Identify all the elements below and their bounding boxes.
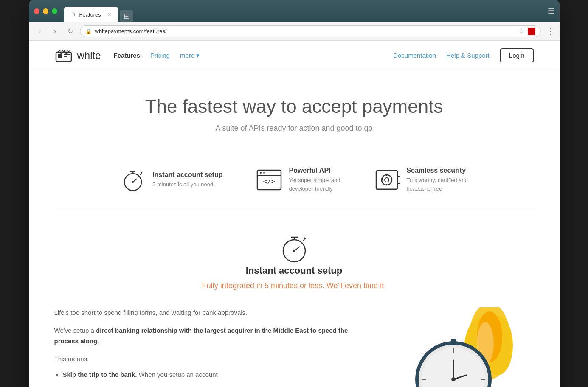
extension-icon (528, 28, 535, 35)
detail-body-p2: We've setup a direct banking relationshi… (54, 325, 356, 347)
svg-point-23 (385, 178, 389, 182)
lock-icon: 🔒 (85, 28, 92, 34)
browser-menu-icon: ☰ (548, 7, 554, 15)
nav-more[interactable]: more ▾ (180, 52, 200, 59)
svg-point-52 (451, 377, 456, 381)
tab-close-button[interactable]: × (108, 11, 111, 18)
feature-title-2: Powerful API (289, 167, 340, 174)
chevron-down-icon: ▾ (196, 52, 200, 59)
svg-text:</>: </> (263, 177, 276, 185)
hero-title: The fastest way to accept payments (46, 96, 543, 117)
new-tab-icon: ⊞ (124, 11, 130, 21)
detail-illustration (373, 307, 534, 387)
close-button[interactable] (34, 8, 39, 14)
tab-label: Features (79, 11, 101, 18)
svg-line-36 (303, 239, 304, 241)
detail-bold: direct banking relationship with the lar… (54, 327, 348, 345)
address-bar[interactable]: 🔒 whitepayments.com/features/ ☆ (80, 25, 541, 37)
login-button[interactable]: Login (500, 48, 534, 62)
detail-icon (279, 231, 309, 265)
browser-tab[interactable]: 🗋 Features × (64, 7, 118, 22)
svg-rect-21 (376, 171, 397, 189)
bookmark-button[interactable]: ☆ (518, 27, 524, 35)
url-text: whitepayments.com/features/ (95, 28, 515, 34)
feature-instant-setup: Instant account setup 5 minutes is all y… (120, 167, 222, 193)
tab-page-icon: 🗋 (71, 11, 76, 17)
svg-point-15 (141, 172, 142, 174)
svg-rect-1 (58, 54, 62, 58)
maximize-button[interactable] (52, 8, 57, 14)
feature-title-1: Instant account setup (152, 171, 222, 179)
api-icon: </> (256, 167, 282, 193)
detail-title: Instant account setup (246, 265, 342, 276)
detail-text: Life's too short to spend filling forms,… (54, 307, 356, 387)
nav-features[interactable]: Features (114, 52, 141, 59)
detail-subtitle: Fully integrated in 5 minutes or less. W… (202, 281, 386, 290)
nav-documentation[interactable]: Documentation (393, 52, 436, 59)
feature-seamless-security: Seamless security Trustworthy, certified… (374, 167, 468, 193)
hero-section: The fastest way to accept payments A sui… (29, 70, 560, 150)
hero-subtitle: A suite of APIs ready for action and goo… (46, 124, 543, 133)
back-button[interactable]: ‹ (34, 25, 46, 37)
nav-pricing[interactable]: Pricing (150, 52, 170, 59)
stopwatch-icon (120, 167, 146, 193)
svg-rect-54 (451, 339, 456, 343)
feature-desc-1: 5 minutes is all you need. (152, 180, 222, 189)
detail-section: Instant account setup Fully integrated i… (29, 210, 560, 387)
new-tab-button[interactable]: ⊞ (120, 10, 133, 22)
safe-icon (374, 167, 400, 193)
svg-point-13 (132, 181, 134, 183)
svg-point-22 (382, 175, 392, 185)
logo-text: white (77, 50, 101, 62)
svg-point-19 (263, 172, 265, 174)
logo-icon (54, 46, 73, 65)
site-nav: white Features Pricing more ▾ Documentat… (29, 41, 560, 70)
logo[interactable]: white (54, 46, 101, 65)
feature-title-3: Seamless security (406, 167, 468, 174)
svg-point-37 (304, 238, 306, 240)
features-row: Instant account setup 5 minutes is all y… (29, 150, 560, 210)
forward-button[interactable]: › (49, 25, 61, 37)
detail-body-p3: This means: (54, 353, 356, 365)
detail-body-p1: Life's too short to spend filling forms,… (54, 307, 356, 318)
feature-powerful-api: </> Powerful API Yet super simple anddev… (256, 167, 340, 193)
svg-point-35 (293, 250, 295, 252)
svg-rect-30 (376, 188, 397, 190)
svg-point-18 (260, 172, 262, 174)
feature-desc-3: Trustworthy, certified andheadache-free (406, 176, 468, 193)
browser-more-button[interactable]: ⋮ (546, 26, 554, 36)
nav-help-support[interactable]: Help & Support (446, 52, 490, 59)
detail-bullet-1: Skip the trip to the bank. When you setu… (63, 371, 356, 378)
reload-button[interactable]: ↻ (65, 25, 76, 37)
minimize-button[interactable] (43, 8, 48, 14)
feature-desc-2: Yet super simple anddeveloper-friendly (289, 176, 340, 193)
